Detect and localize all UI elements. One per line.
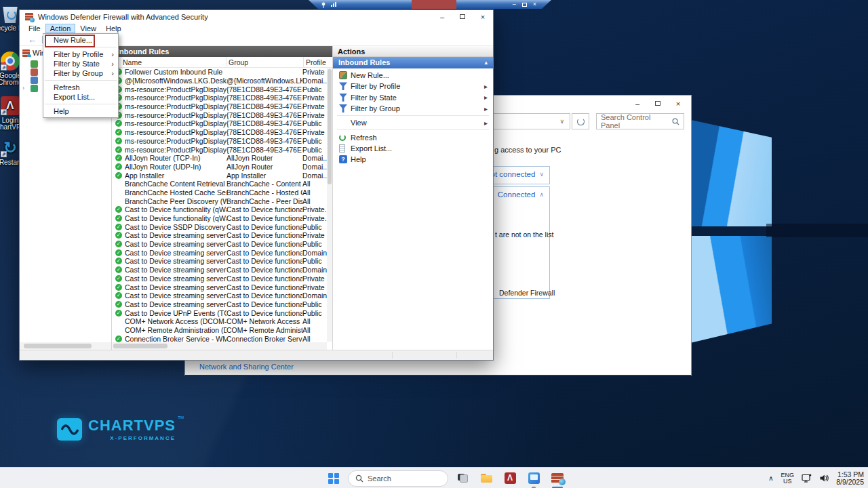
cp-close-button[interactable]: × xyxy=(668,98,688,109)
list-vertical-scrollbar[interactable] xyxy=(327,68,332,342)
fw-minimize-button[interactable]: – xyxy=(432,10,452,23)
rdp-restore-button[interactable] xyxy=(522,3,527,7)
rule-row[interactable]: COM+ Remote Administration (DCOM-In)COM+… xyxy=(112,326,327,335)
menu-item-filter-by-profile[interactable]: Filter by Profile xyxy=(43,49,118,59)
list-horizontal-scrollbar[interactable] xyxy=(112,342,327,350)
chevron-down-icon[interactable]: ∨ xyxy=(559,118,564,125)
clock[interactable]: 1:53 PM 8/9/2025 xyxy=(836,471,864,486)
start-button[interactable] xyxy=(324,469,343,488)
rule-row[interactable]: Cast to Device UPnP Events (TCP-In)Cast … xyxy=(112,308,327,317)
menu-file[interactable]: File xyxy=(24,24,45,33)
rule-enabled-icon xyxy=(115,336,122,342)
volume-icon[interactable] xyxy=(819,474,829,483)
chartvps-taskbar-button[interactable]: Λ xyxy=(500,469,519,488)
menu-item-filter-by-state[interactable]: Filter by State xyxy=(43,59,118,68)
rule-row[interactable]: App InstallerApp InstallerDomai... xyxy=(112,171,327,180)
rule-group: Cast to Device functionality xyxy=(226,240,302,248)
firewall-titlebar[interactable]: Windows Defender Firewall with Advanced … xyxy=(20,10,493,23)
language-indicator[interactable]: ENG US xyxy=(781,472,795,485)
actions-group-inbound-rules[interactable]: Inbound Rules xyxy=(333,57,493,68)
menu-view[interactable]: View xyxy=(75,24,101,33)
tree-connection-security-icon[interactable] xyxy=(31,77,38,84)
fw-maximize-button[interactable] xyxy=(452,10,473,23)
rule-row[interactable]: Cast to Device functionality (qWave-TCP.… xyxy=(112,205,327,214)
rule-row[interactable]: Cast to Device streaming server (RTSP-St… xyxy=(112,291,327,300)
rdp-minimize-button[interactable]: – xyxy=(513,1,516,7)
rule-row[interactable]: ms-resource:ProductPkgDisplayName{78E1CD… xyxy=(112,137,327,146)
rule-profile: Public xyxy=(302,137,327,145)
collapse-arrow-icon[interactable] xyxy=(484,57,488,68)
action-export-list[interactable]: Export List... xyxy=(333,143,493,154)
refresh-button[interactable] xyxy=(572,113,589,129)
taskbar: Search Λ ENG US 1:53 PM 8/9/2025 xyxy=(0,467,868,488)
rule-row[interactable]: ms-resource:ProductPkgDisplayName{78E1CD… xyxy=(112,145,327,154)
rule-status-blank xyxy=(115,318,122,325)
action-refresh[interactable]: Refresh xyxy=(333,131,493,142)
action-filter-by-state[interactable]: Filter by State xyxy=(333,92,493,103)
column-name[interactable]: Name xyxy=(123,58,142,66)
menu-item-export-list[interactable]: Export List... xyxy=(43,92,118,102)
tree-horizontal-scrollbar[interactable] xyxy=(20,342,111,350)
rule-row[interactable]: Cast to Device SSDP Discovery (UDP-In)Ca… xyxy=(112,222,327,231)
rule-row[interactable]: ms-resource:ProductPkgDisplayName{78E1CD… xyxy=(112,128,327,137)
rule-row[interactable]: @{MicrosoftWindows.LKG.DesktopSpotli...@… xyxy=(112,77,327,85)
cp-minimize-button[interactable]: – xyxy=(627,98,648,109)
rule-row[interactable]: ms-resource:ProductPkgDisplayName{78E1CD… xyxy=(112,94,327,102)
menu-action[interactable]: Action xyxy=(45,24,76,33)
fw-close-button[interactable]: × xyxy=(473,10,493,23)
menu-item-refresh[interactable]: Refresh xyxy=(43,83,118,92)
rule-row[interactable]: ms-resource:ProductPkgDisplayName{78E1CD… xyxy=(112,110,327,119)
rule-row[interactable]: Cast to Device streaming server (HTTP-St… xyxy=(112,231,327,240)
taskbar-search[interactable]: Search xyxy=(348,470,448,487)
network-sharing-center-link[interactable]: Network and Sharing Center xyxy=(199,363,294,371)
tray-date: 8/9/2025 xyxy=(836,478,864,486)
action-view[interactable]: View xyxy=(333,117,493,128)
column-group[interactable]: Group xyxy=(229,58,248,66)
rdp-close-button[interactable]: × xyxy=(533,1,536,7)
back-button[interactable] xyxy=(28,35,37,44)
firewall-taskbar-button[interactable] xyxy=(548,469,567,488)
rule-row[interactable]: Cast to Device streaming server (RTSP-St… xyxy=(112,283,327,291)
rule-row[interactable]: BranchCache Peer Discovery (WSD-In)Branc… xyxy=(112,197,327,205)
task-view-button[interactable] xyxy=(453,469,472,488)
rule-row[interactable]: Follower Custom Inbound RulePrivate xyxy=(112,68,327,77)
action-new-rule[interactable]: New Rule... xyxy=(333,70,493,81)
menu-item-filter-by-group[interactable]: Filter by Group xyxy=(43,68,118,78)
chartvps-brand-logo: CHARTVPS TM X-PERFORMANCE xyxy=(57,418,176,441)
rule-row[interactable]: BranchCache Hosted Cache Server (HTT...B… xyxy=(112,188,327,197)
rule-row[interactable]: Cast to Device streaming server (RTCP-St… xyxy=(112,266,327,274)
rule-row[interactable]: Cast to Device streaming server (HTTP-St… xyxy=(112,240,327,249)
action-help[interactable]: Help xyxy=(333,154,493,165)
tree-inbound-rules-icon[interactable] xyxy=(31,60,38,68)
rule-row[interactable]: Cast to Device functionality (qWave-UDP.… xyxy=(112,214,327,223)
tree-expander-icon[interactable]: › xyxy=(22,85,24,92)
rule-row[interactable]: Cast to Device streaming server (HTTP-St… xyxy=(112,248,327,257)
rule-row[interactable]: ms-resource:ProductPkgDisplayName{78E1CD… xyxy=(112,102,327,111)
rdp-connection-bar[interactable]: – × xyxy=(309,0,551,9)
photos-taskbar-button[interactable] xyxy=(524,469,543,488)
cp-search-box[interactable]: Search Control Panel xyxy=(596,113,684,129)
rule-profile: All xyxy=(302,326,327,334)
action-filter-by-profile[interactable]: Filter by Profile xyxy=(333,81,493,92)
menu-help[interactable]: Help xyxy=(101,24,126,33)
column-profile[interactable]: Profile xyxy=(306,58,326,66)
file-explorer-button[interactable] xyxy=(477,469,496,488)
rule-row[interactable]: AllJoyn Router (TCP-In)AllJoyn RouterDom… xyxy=(112,154,327,163)
cp-maximize-button[interactable] xyxy=(648,98,668,109)
rule-row[interactable]: Cast to Device streaming server (RTCP-St… xyxy=(112,257,327,266)
rule-row[interactable]: AllJoyn Router (UDP-In)AllJoyn RouterDom… xyxy=(112,163,327,171)
menu-item-new-rule[interactable]: New Rule... xyxy=(43,35,118,45)
hidden-icons-chevron[interactable] xyxy=(768,474,773,482)
rule-status-blank xyxy=(115,327,122,333)
rule-row[interactable]: BranchCache Content Retrieval (HTTP-In)B… xyxy=(112,180,327,188)
tree-monitoring-icon[interactable] xyxy=(31,85,38,92)
action-filter-by-group[interactable]: Filter by Group xyxy=(333,103,493,114)
rule-row[interactable]: ms-resource:ProductPkgDisplayName{78E1CD… xyxy=(112,85,327,94)
network-icon[interactable] xyxy=(802,474,812,483)
rule-row[interactable]: ms-resource:ProductPkgDisplayName{78E1CD… xyxy=(112,119,327,128)
rule-row[interactable]: Cast to Device streaming server (RTCP-St… xyxy=(112,274,327,283)
tree-outbound-rules-icon[interactable] xyxy=(31,68,38,76)
menu-item-help[interactable]: Help xyxy=(43,106,118,116)
rule-row[interactable]: COM+ Network Access (DCOM-In)COM+ Networ… xyxy=(112,317,327,326)
rule-row[interactable]: Cast to Device streaming server (RTSP-St… xyxy=(112,300,327,309)
